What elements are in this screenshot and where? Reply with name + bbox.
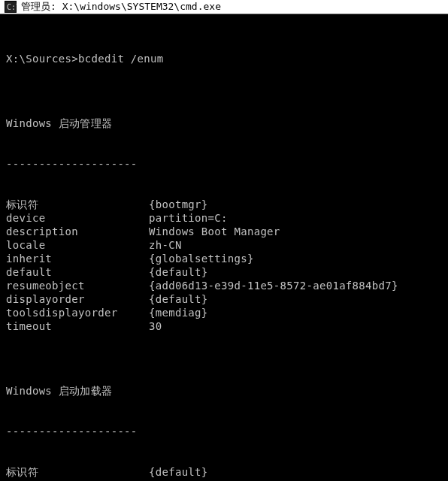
section-divider: --------------------	[6, 157, 442, 171]
section-rows: 标识符{bootmgr}devicepartition=C:descriptio…	[6, 198, 442, 333]
kv-key: toolsdisplayorder	[6, 306, 149, 319]
kv-row: devicepartition=C:	[6, 211, 442, 225]
kv-value: {default}	[149, 465, 208, 479]
kv-value: 30	[149, 319, 162, 333]
kv-value: {bootmgr}	[149, 198, 208, 211]
prompt-path: X:\Sources>	[6, 52, 78, 65]
kv-row: default{default}	[6, 265, 442, 279]
kv-value: {default}	[149, 265, 208, 279]
kv-value: {memdiag}	[149, 306, 208, 319]
kv-row: 标识符{bootmgr}	[6, 198, 442, 211]
kv-key: default	[6, 265, 149, 279]
kv-row: resumeobject{add06d13-e39d-11e5-8572-ae0…	[6, 279, 442, 292]
kv-key: resumeobject	[6, 279, 149, 292]
kv-key: 标识符	[6, 465, 149, 479]
kv-value: {globalsettings}	[149, 252, 254, 265]
kv-value: {add06d13-e39d-11e5-8572-ae01af884bd7}	[149, 279, 398, 292]
kv-key: device	[6, 211, 149, 225]
kv-key: inherit	[6, 252, 149, 265]
cmd-icon: C:\	[5, 1, 17, 13]
kv-row: displayorder{default}	[6, 292, 442, 306]
cmd-window: C:\ 管理员: X:\windows\SYSTEM32\cmd.exe X:\…	[0, 0, 448, 481]
section-title: Windows 启动加载器	[6, 384, 442, 398]
prompt-line: X:\Sources>bcdedit /enum	[6, 52, 442, 65]
kv-row: inherit{globalsettings}	[6, 252, 442, 265]
kv-value: Windows Boot Manager	[149, 225, 280, 238]
kv-row: descriptionWindows Boot Manager	[6, 225, 442, 238]
kv-row: toolsdisplayorder{memdiag}	[6, 306, 442, 319]
svg-text:C:\: C:\	[7, 3, 17, 11]
kv-row: timeout30	[6, 319, 442, 333]
titlebar[interactable]: C:\ 管理员: X:\windows\SYSTEM32\cmd.exe	[0, 0, 448, 14]
kv-row: 标识符{default}	[6, 465, 442, 479]
titlebar-text: 管理员: X:\windows\SYSTEM32\cmd.exe	[21, 0, 221, 14]
section-title: Windows 启动管理器	[6, 116, 442, 130]
kv-row: localezh-CN	[6, 238, 442, 252]
kv-value: zh-CN	[149, 238, 182, 252]
kv-value: partition=C:	[149, 211, 228, 225]
kv-value: {default}	[149, 292, 208, 306]
section-rows: 标识符{default}devicepartition=D:path\Windo…	[6, 465, 442, 481]
section-divider: --------------------	[6, 425, 442, 438]
command-text: bcdedit /enum	[78, 52, 163, 65]
kv-key: 标识符	[6, 198, 149, 211]
kv-key: timeout	[6, 319, 149, 333]
terminal-output[interactable]: X:\Sources>bcdedit /enum Windows 启动管理器 -…	[0, 14, 448, 481]
kv-key: locale	[6, 238, 149, 252]
kv-key: displayorder	[6, 292, 149, 306]
kv-key: description	[6, 225, 149, 238]
